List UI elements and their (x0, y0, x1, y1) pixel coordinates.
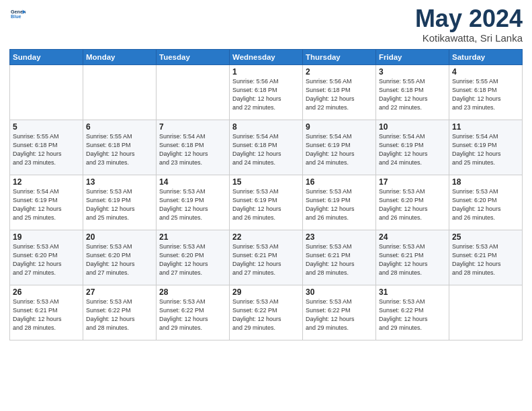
day-info: Sunrise: 5:53 AM Sunset: 6:19 PM Dayligh… (232, 187, 300, 222)
title-block: May 2024 Kotikawatta, Sri Lanka (415, 7, 523, 44)
day-number: 8 (232, 122, 300, 132)
calendar-table: Sunday Monday Tuesday Wednesday Thursday… (9, 49, 523, 340)
day-cell (83, 65, 157, 120)
day-cell: 19Sunrise: 5:53 AM Sunset: 6:20 PM Dayli… (10, 230, 83, 285)
calendar-page: General Blue May 2024 Kotikawatta, Sri L… (0, 0, 532, 411)
day-cell: 2Sunrise: 5:56 AM Sunset: 6:18 PM Daylig… (303, 65, 376, 120)
day-cell: 30Sunrise: 5:53 AM Sunset: 6:22 PM Dayli… (303, 285, 376, 340)
day-info: Sunrise: 5:54 AM Sunset: 6:18 PM Dayligh… (159, 132, 226, 167)
day-number: 6 (86, 122, 153, 132)
day-info: Sunrise: 5:53 AM Sunset: 6:19 PM Dayligh… (159, 187, 226, 222)
day-cell: 3Sunrise: 5:55 AM Sunset: 6:18 PM Daylig… (376, 65, 449, 120)
svg-text:Blue: Blue (11, 14, 21, 19)
day-number: 17 (379, 177, 446, 187)
day-cell: 4Sunrise: 5:55 AM Sunset: 6:18 PM Daylig… (449, 65, 523, 120)
day-info: Sunrise: 5:53 AM Sunset: 6:21 PM Dayligh… (452, 242, 519, 277)
day-cell: 27Sunrise: 5:53 AM Sunset: 6:22 PM Dayli… (83, 285, 157, 340)
day-number: 30 (306, 287, 373, 297)
day-number: 3 (379, 67, 446, 77)
day-number: 12 (13, 177, 80, 187)
day-cell: 28Sunrise: 5:53 AM Sunset: 6:22 PM Dayli… (157, 285, 230, 340)
day-info: Sunrise: 5:53 AM Sunset: 6:20 PM Dayligh… (159, 242, 226, 277)
location-title: Kotikawatta, Sri Lanka (415, 32, 523, 44)
day-number: 10 (379, 122, 446, 132)
day-number: 14 (159, 177, 226, 187)
day-cell: 10Sunrise: 5:54 AM Sunset: 6:19 PM Dayli… (376, 120, 449, 175)
day-cell: 22Sunrise: 5:53 AM Sunset: 6:21 PM Dayli… (230, 230, 303, 285)
day-info: Sunrise: 5:55 AM Sunset: 6:18 PM Dayligh… (13, 132, 80, 167)
day-number: 15 (232, 177, 300, 187)
day-number: 21 (159, 232, 226, 242)
day-cell (157, 65, 230, 120)
day-cell: 6Sunrise: 5:55 AM Sunset: 6:18 PM Daylig… (83, 120, 157, 175)
day-cell: 13Sunrise: 5:53 AM Sunset: 6:19 PM Dayli… (83, 175, 157, 230)
day-cell: 5Sunrise: 5:55 AM Sunset: 6:18 PM Daylig… (10, 120, 83, 175)
col-thursday: Thursday (303, 50, 376, 65)
day-number: 31 (379, 287, 446, 297)
day-cell: 24Sunrise: 5:53 AM Sunset: 6:21 PM Dayli… (376, 230, 449, 285)
day-info: Sunrise: 5:55 AM Sunset: 6:18 PM Dayligh… (452, 77, 519, 112)
col-tuesday: Tuesday (157, 50, 230, 65)
day-cell: 21Sunrise: 5:53 AM Sunset: 6:20 PM Dayli… (157, 230, 230, 285)
day-info: Sunrise: 5:56 AM Sunset: 6:18 PM Dayligh… (232, 77, 300, 112)
day-cell (10, 65, 83, 120)
day-cell: 23Sunrise: 5:53 AM Sunset: 6:21 PM Dayli… (303, 230, 376, 285)
day-info: Sunrise: 5:53 AM Sunset: 6:21 PM Dayligh… (379, 242, 446, 277)
logo: General Blue (9, 7, 26, 21)
day-cell: 18Sunrise: 5:53 AM Sunset: 6:20 PM Dayli… (449, 175, 523, 230)
day-info: Sunrise: 5:53 AM Sunset: 6:19 PM Dayligh… (306, 187, 373, 222)
day-info: Sunrise: 5:55 AM Sunset: 6:18 PM Dayligh… (86, 132, 153, 167)
day-cell (449, 285, 523, 340)
day-cell: 8Sunrise: 5:54 AM Sunset: 6:18 PM Daylig… (230, 120, 303, 175)
month-title: May 2024 (415, 7, 523, 31)
day-number: 4 (452, 67, 519, 77)
day-cell: 26Sunrise: 5:53 AM Sunset: 6:21 PM Dayli… (10, 285, 83, 340)
col-friday: Friday (376, 50, 449, 65)
day-info: Sunrise: 5:54 AM Sunset: 6:19 PM Dayligh… (13, 187, 80, 222)
day-cell: 16Sunrise: 5:53 AM Sunset: 6:19 PM Dayli… (303, 175, 376, 230)
col-sunday: Sunday (10, 50, 83, 65)
day-cell: 31Sunrise: 5:53 AM Sunset: 6:22 PM Dayli… (376, 285, 449, 340)
day-cell: 11Sunrise: 5:54 AM Sunset: 6:19 PM Dayli… (449, 120, 523, 175)
day-number: 29 (232, 287, 300, 297)
day-info: Sunrise: 5:54 AM Sunset: 6:19 PM Dayligh… (306, 132, 373, 167)
day-cell: 9Sunrise: 5:54 AM Sunset: 6:19 PM Daylig… (303, 120, 376, 175)
day-number: 16 (306, 177, 373, 187)
day-info: Sunrise: 5:53 AM Sunset: 6:19 PM Dayligh… (86, 187, 153, 222)
day-number: 27 (86, 287, 153, 297)
day-info: Sunrise: 5:56 AM Sunset: 6:18 PM Dayligh… (306, 77, 373, 112)
day-info: Sunrise: 5:55 AM Sunset: 6:18 PM Dayligh… (379, 77, 446, 112)
day-cell: 17Sunrise: 5:53 AM Sunset: 6:20 PM Dayli… (376, 175, 449, 230)
week-row-2: 5Sunrise: 5:55 AM Sunset: 6:18 PM Daylig… (10, 120, 523, 175)
day-info: Sunrise: 5:53 AM Sunset: 6:20 PM Dayligh… (13, 242, 80, 277)
day-info: Sunrise: 5:53 AM Sunset: 6:22 PM Dayligh… (159, 298, 226, 332)
col-saturday: Saturday (449, 50, 523, 65)
day-number: 13 (86, 177, 153, 187)
col-wednesday: Wednesday (230, 50, 303, 65)
day-info: Sunrise: 5:54 AM Sunset: 6:19 PM Dayligh… (452, 132, 519, 167)
logo-icon: General Blue (11, 7, 26, 21)
day-info: Sunrise: 5:54 AM Sunset: 6:18 PM Dayligh… (232, 132, 300, 167)
day-number: 9 (306, 122, 373, 132)
day-cell: 12Sunrise: 5:54 AM Sunset: 6:19 PM Dayli… (10, 175, 83, 230)
day-cell: 1Sunrise: 5:56 AM Sunset: 6:18 PM Daylig… (230, 65, 303, 120)
day-info: Sunrise: 5:53 AM Sunset: 6:20 PM Dayligh… (452, 187, 519, 222)
day-number: 24 (379, 232, 446, 242)
day-cell: 29Sunrise: 5:53 AM Sunset: 6:22 PM Dayli… (230, 285, 303, 340)
header-row: Sunday Monday Tuesday Wednesday Thursday… (10, 50, 523, 65)
day-info: Sunrise: 5:53 AM Sunset: 6:20 PM Dayligh… (86, 242, 153, 277)
day-number: 2 (306, 67, 373, 77)
day-number: 7 (159, 122, 226, 132)
day-number: 23 (306, 232, 373, 242)
day-cell: 25Sunrise: 5:53 AM Sunset: 6:21 PM Dayli… (449, 230, 523, 285)
day-info: Sunrise: 5:53 AM Sunset: 6:22 PM Dayligh… (379, 298, 446, 332)
day-number: 25 (452, 232, 519, 242)
day-number: 28 (159, 287, 226, 297)
day-info: Sunrise: 5:53 AM Sunset: 6:22 PM Dayligh… (232, 298, 300, 332)
day-number: 22 (232, 232, 300, 242)
week-row-5: 26Sunrise: 5:53 AM Sunset: 6:21 PM Dayli… (10, 285, 523, 340)
day-info: Sunrise: 5:54 AM Sunset: 6:19 PM Dayligh… (379, 132, 446, 167)
day-number: 18 (452, 177, 519, 187)
day-info: Sunrise: 5:53 AM Sunset: 6:20 PM Dayligh… (379, 187, 446, 222)
day-cell: 7Sunrise: 5:54 AM Sunset: 6:18 PM Daylig… (157, 120, 230, 175)
